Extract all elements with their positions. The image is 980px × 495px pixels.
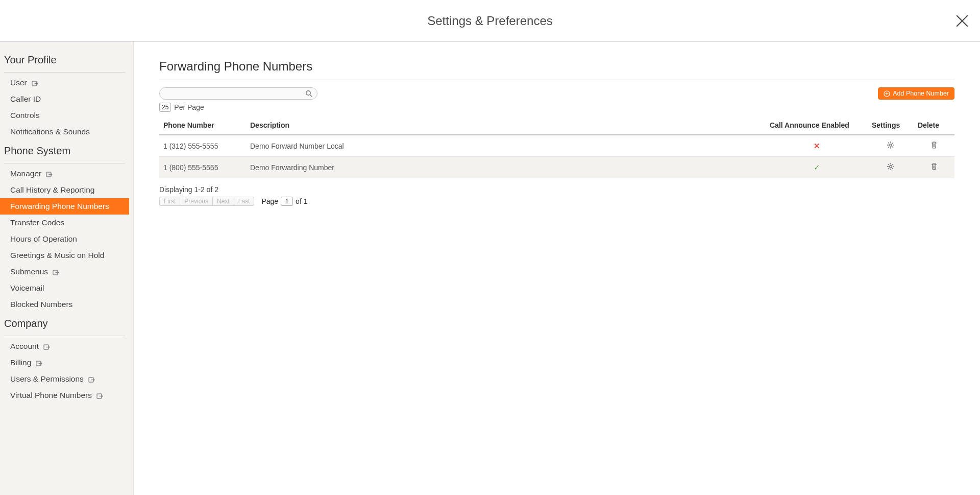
sidebar-item-label: Notifications & Sounds: [10, 127, 90, 136]
sidebar-item-virtual-phone-numbers[interactable]: Virtual Phone Numbers: [0, 387, 129, 404]
cell-phone-number: 1 (312) 555-5555: [159, 135, 246, 157]
cell-description: Demo Forward Number Local: [246, 135, 766, 157]
sidebar-item-label: Submenus: [10, 267, 48, 276]
sidebar-item-label: Virtual Phone Numbers: [10, 391, 92, 400]
table-row: 1 (312) 555-5555Demo Forward Number Loca…: [159, 135, 954, 157]
add-phone-number-button[interactable]: Add Phone Number: [878, 87, 954, 100]
close-button[interactable]: [955, 14, 969, 28]
external-link-icon: [96, 392, 103, 399]
sidebar-item-label: Greetings & Music on Hold: [10, 251, 104, 260]
sidebar-item-label: Transfer Codes: [10, 218, 64, 227]
col-settings: Settings: [868, 116, 914, 135]
sidebar-section-title: Your Profile: [0, 49, 129, 70]
sidebar-item-label: Account: [10, 342, 39, 351]
sidebar-item-notifications-sounds[interactable]: Notifications & Sounds: [0, 124, 129, 140]
sidebar-section-title: Phone System: [0, 140, 129, 161]
external-link-icon: [52, 268, 59, 275]
sidebar-item-hours-of-operation[interactable]: Hours of Operation: [0, 231, 129, 247]
col-delete: Delete: [914, 116, 954, 135]
col-announce: Call Announce Enabled: [766, 116, 868, 135]
sidebar-item-label: Manager: [10, 169, 41, 178]
add-button-label: Add Phone Number: [893, 90, 949, 97]
header-title: Settings & Preferences: [427, 14, 552, 28]
check-icon: ✓: [814, 163, 820, 172]
sidebar-item-label: Voicemail: [10, 284, 44, 293]
external-link-icon: [43, 343, 50, 350]
phone-numbers-table: Phone Number Description Call Announce E…: [159, 116, 954, 178]
sidebar-item-label: Users & Permissions: [10, 374, 84, 384]
pager-page-input[interactable]: [281, 197, 293, 206]
sidebar-item-caller-id[interactable]: Caller ID: [0, 91, 129, 107]
delete-button[interactable]: [930, 141, 938, 149]
sidebar-section-title: Company: [0, 313, 129, 334]
sidebar-item-label: Call History & Reporting: [10, 185, 94, 195]
cell-announce-enabled: ✕: [766, 135, 868, 157]
sidebar-divider: [4, 72, 125, 73]
external-link-icon: [45, 170, 53, 177]
pager-first[interactable]: First: [159, 197, 180, 206]
sidebar-item-submenus[interactable]: Submenus: [0, 264, 129, 280]
sidebar-item-forwarding-phone-numbers[interactable]: Forwarding Phone Numbers: [0, 198, 129, 215]
page-title: Forwarding Phone Numbers: [159, 59, 954, 74]
col-phone-number: Phone Number: [159, 116, 246, 135]
sidebar-item-greetings-music-on-hold[interactable]: Greetings & Music on Hold: [0, 247, 129, 264]
title-divider: [159, 80, 954, 80]
per-page-select[interactable]: 25: [159, 103, 171, 112]
pager-prev[interactable]: Previous: [180, 197, 213, 206]
sidebar-divider: [4, 336, 125, 336]
main-content: Forwarding Phone Numbers 25 Per Page Add…: [134, 42, 980, 495]
pager-last[interactable]: Last: [234, 197, 255, 206]
sidebar-item-label: Caller ID: [10, 95, 41, 104]
cell-settings: [868, 135, 914, 157]
cell-delete: [914, 157, 954, 178]
search-input[interactable]: [159, 87, 317, 100]
sidebar-item-account[interactable]: Account: [0, 338, 129, 355]
sidebar-item-users-permissions[interactable]: Users & Permissions: [0, 371, 129, 387]
cell-delete: [914, 135, 954, 157]
sidebar-divider: [4, 163, 125, 163]
settings-button[interactable]: [887, 141, 895, 149]
pager-buttons: First Previous Next Last: [159, 197, 254, 206]
col-description: Description: [246, 116, 766, 135]
cell-description: Demo Forwarding Number: [246, 157, 766, 178]
sidebar-item-transfer-codes[interactable]: Transfer Codes: [0, 215, 129, 231]
external-link-icon: [35, 359, 42, 366]
sidebar-item-billing[interactable]: Billing: [0, 355, 129, 371]
header: Settings & Preferences: [0, 0, 980, 42]
pager-of-label: of 1: [296, 197, 307, 205]
pager-page-label: Page: [261, 197, 278, 205]
pager-next[interactable]: Next: [213, 197, 234, 206]
cell-phone-number: 1 (800) 555-5555: [159, 157, 246, 178]
cell-announce-enabled: ✓: [766, 157, 868, 178]
settings-button[interactable]: [887, 162, 895, 171]
sidebar-item-label: Billing: [10, 358, 31, 367]
sidebar-scroll[interactable]: Your ProfileUserCaller IDControlsNotific…: [0, 42, 134, 495]
sidebar-item-label: Controls: [10, 111, 40, 120]
cell-settings: [868, 157, 914, 178]
sidebar-item-user[interactable]: User: [0, 75, 129, 91]
sidebar: Your ProfileUserCaller IDControlsNotific…: [0, 42, 129, 414]
per-page-label: Per Page: [174, 103, 204, 111]
search-icon[interactable]: [305, 90, 312, 97]
sidebar-item-blocked-numbers[interactable]: Blocked Numbers: [0, 296, 129, 313]
x-icon: ✕: [814, 142, 820, 150]
close-icon: [955, 14, 969, 28]
sidebar-item-call-history-reporting[interactable]: Call History & Reporting: [0, 182, 129, 198]
external-link-icon: [31, 79, 38, 86]
plus-circle-icon: [884, 90, 890, 97]
sidebar-item-label: Forwarding Phone Numbers: [10, 202, 109, 211]
sidebar-item-label: Blocked Numbers: [10, 300, 72, 309]
delete-button[interactable]: [930, 162, 938, 171]
sidebar-item-controls[interactable]: Controls: [0, 107, 129, 124]
sidebar-item-voicemail[interactable]: Voicemail: [0, 280, 129, 296]
sidebar-item-label: User: [10, 78, 27, 87]
sidebar-item-manager[interactable]: Manager: [0, 166, 129, 182]
displaying-label: Displaying 1-2 of 2: [159, 185, 954, 194]
table-row: 1 (800) 555-5555Demo Forwarding Number✓: [159, 157, 954, 178]
sidebar-item-label: Hours of Operation: [10, 234, 77, 244]
external-link-icon: [88, 375, 95, 383]
